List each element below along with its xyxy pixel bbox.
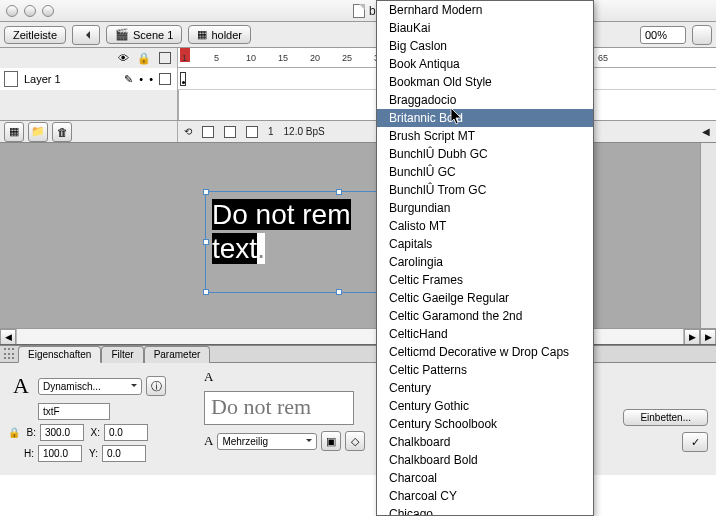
font-menu-item[interactable]: Bernhard Modern (377, 1, 593, 19)
back-button[interactable] (72, 25, 100, 45)
y-label: Y: (86, 448, 98, 459)
height-input[interactable] (38, 445, 82, 462)
font-menu-item[interactable]: Burgundian (377, 199, 593, 217)
onion-range-icon[interactable] (224, 126, 236, 138)
vertical-scrollbar[interactable] (700, 143, 716, 328)
font-menu-item[interactable]: Celtic Frames (377, 271, 593, 289)
lock-aspect-icon[interactable]: 🔒 (8, 427, 20, 438)
stage-area[interactable]: Do not rem text. ◀ ▶ ▶ (0, 143, 716, 345)
symbol-label: holder (211, 29, 242, 41)
font-menu-item[interactable]: Chicago (377, 505, 593, 516)
ruler-number: 1 (182, 53, 187, 63)
font-menu-item[interactable]: Chalkboard (377, 433, 593, 451)
font-menu-item[interactable]: Celtic Garamond the 2nd (377, 307, 593, 325)
y-input[interactable] (102, 445, 146, 462)
font-menu-item[interactable]: Century Schoolbook (377, 415, 593, 433)
x-label: X: (88, 427, 100, 438)
font-menu-item[interactable]: Calisto MT (377, 217, 593, 235)
font-menu-item[interactable]: BiauKai (377, 19, 593, 37)
font-menu-item[interactable]: BunchlÛ Dubh GC (377, 145, 593, 163)
minimize-button[interactable] (24, 5, 36, 17)
layer-row[interactable]: Layer 1 ✎ •• (0, 68, 716, 90)
font-menu-item[interactable]: Braggadocio (377, 91, 593, 109)
font-menu-item[interactable]: Capitals (377, 235, 593, 253)
zoom-button[interactable] (42, 5, 54, 17)
font-dropdown-menu[interactable]: Bernhard ModernBiauKaiBig CaslonBook Ant… (376, 0, 594, 516)
font-menu-item[interactable]: Century (377, 379, 593, 397)
font-label-icon: A (204, 369, 213, 385)
stage-text-line1: Do not rem (212, 199, 351, 230)
height-label: H: (22, 448, 34, 459)
font-menu-item[interactable]: Charcoal CY (377, 487, 593, 505)
delete-layer-button[interactable]: 🗑 (52, 122, 72, 142)
font-menu-item[interactable]: Brush Script MT (377, 127, 593, 145)
eye-icon[interactable]: 👁 (118, 52, 129, 64)
workspace-menu-button[interactable] (692, 25, 712, 45)
zoom-field[interactable]: 00% (640, 26, 686, 44)
tab-properties[interactable]: Eigenschaften (18, 346, 101, 363)
font-menu-item[interactable]: Century Gothic (377, 397, 593, 415)
scroll-left-button[interactable]: ◀ (0, 329, 16, 345)
scroll-right-button[interactable]: ▶ (684, 329, 700, 345)
width-label: B: (24, 427, 36, 438)
symbol-icon: ▦ (197, 28, 207, 41)
scene-crumb[interactable]: 🎬 Scene 1 (106, 25, 182, 44)
stage-text-line2b: . (257, 233, 265, 264)
font-menu-item[interactable]: Big Caslon (377, 37, 593, 55)
layer-type-icon (4, 71, 18, 87)
font-menu-item[interactable]: Book Antiqua (377, 55, 593, 73)
onion-skin-icon[interactable]: ⟲ (184, 126, 192, 137)
horizontal-scrollbar[interactable]: ◀ ▶ ▶ (0, 328, 716, 344)
font-menu-item[interactable]: Bookman Old Style (377, 73, 593, 91)
timeline-header: 👁 🔒 15101520253035404550556065 (0, 48, 716, 68)
new-layer-button[interactable]: ▦ (4, 122, 24, 142)
width-input[interactable] (40, 424, 84, 441)
resize-handle[interactable] (336, 289, 342, 295)
tab-filter[interactable]: Filter (101, 346, 143, 363)
close-button[interactable] (6, 5, 18, 17)
window-titlebar: brittanic (0, 0, 716, 22)
x-input[interactable] (104, 424, 148, 441)
resize-handle[interactable] (203, 289, 209, 295)
outline-color-icon[interactable] (159, 52, 171, 64)
text-preview: Do not rem (204, 391, 354, 425)
fps-label: 12.0 BpS (284, 126, 325, 137)
font-menu-item[interactable]: Carolingia (377, 253, 593, 271)
ruler-number: 20 (310, 53, 320, 63)
font-menu-item[interactable]: Charcoal (377, 469, 593, 487)
ruler-number: 15 (278, 53, 288, 63)
info-button[interactable]: ⓘ (146, 376, 166, 396)
font-menu-item[interactable]: Chalkboard Bold (377, 451, 593, 469)
font-menu-item[interactable]: BunchlÛ GC (377, 163, 593, 181)
scroll-right2-button[interactable]: ▶ (700, 329, 716, 345)
edit-multi-icon[interactable] (246, 126, 258, 138)
line-type-select[interactable]: Mehrzeilig (217, 433, 317, 450)
tab-parameter[interactable]: Parameter (144, 346, 211, 363)
new-folder-button[interactable]: 📁 (28, 122, 48, 142)
font-menu-item[interactable]: BunchlÛ Trom GC (377, 181, 593, 199)
font-menu-item[interactable]: Britannic Bold (377, 109, 593, 127)
keyframe[interactable] (180, 72, 186, 86)
resize-handle[interactable] (203, 239, 209, 245)
font-menu-item[interactable]: Celtic Gaeilge Regular (377, 289, 593, 307)
stage-text[interactable]: Do not rem text. (212, 198, 351, 265)
font-menu-item[interactable]: Celtic Patterns (377, 361, 593, 379)
resize-handle[interactable] (203, 189, 209, 195)
auto-kern-button[interactable]: ✓ (682, 432, 708, 452)
layer-color-swatch[interactable] (159, 73, 171, 85)
resize-handle[interactable] (336, 189, 342, 195)
selectable-icon[interactable]: ▣ (321, 431, 341, 451)
font-menu-item[interactable]: Celticmd Decorative w Drop Caps (377, 343, 593, 361)
chevron-left-icon (82, 31, 90, 39)
lock-icon[interactable]: 🔒 (137, 52, 151, 65)
timeline-toggle[interactable]: Zeitleiste (4, 26, 66, 44)
font-menu-item[interactable]: CelticHand (377, 325, 593, 343)
render-html-icon[interactable]: ◇ (345, 431, 365, 451)
ruler-number: 10 (246, 53, 256, 63)
symbol-crumb[interactable]: ▦ holder (188, 25, 251, 44)
text-type-select[interactable]: Dynamisch... (38, 378, 142, 395)
edit-bar: Zeitleiste 🎬 Scene 1 ▦ holder 00% (0, 22, 716, 48)
center-frame-icon[interactable] (202, 126, 214, 138)
instance-name-input[interactable] (38, 403, 110, 420)
embed-button[interactable]: Einbetten... (623, 409, 708, 426)
